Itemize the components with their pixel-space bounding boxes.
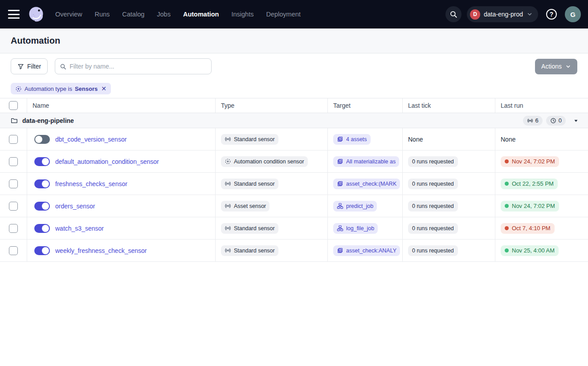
sensor-name-link[interactable]: orders_sensor xyxy=(55,203,95,210)
search-button[interactable] xyxy=(445,6,461,22)
folder-icon xyxy=(11,117,18,124)
last-run-link[interactable]: Nov 24, 7:02 PM xyxy=(501,156,559,167)
table-row: weekly_freshness_check_sensor Standard s… xyxy=(0,240,588,262)
sensor-name-link[interactable]: watch_s3_sensor xyxy=(55,225,104,232)
last-run-link[interactable]: Nov 24, 7:02 PM xyxy=(501,201,559,211)
row-checkbox[interactable] xyxy=(9,246,18,255)
last-tick: 0 runs requested xyxy=(408,245,458,256)
asset-icon xyxy=(337,247,343,254)
sensor-icon xyxy=(225,136,231,142)
avatar[interactable]: G xyxy=(565,6,581,22)
nav-link-catalog[interactable]: Catalog xyxy=(122,11,144,18)
sensor-toggle[interactable] xyxy=(34,179,50,188)
last-tick: 0 runs requested xyxy=(408,179,458,189)
nav-link-insights[interactable]: Insights xyxy=(231,11,253,18)
table-row: default_automation_condition_sensor Auto… xyxy=(0,150,588,173)
asset-icon xyxy=(337,158,343,165)
filter-chip-automation-type[interactable]: Automation type is Sensors ✕ xyxy=(11,83,111,94)
last-tick: 0 runs requested xyxy=(408,223,458,234)
sensor-icon xyxy=(527,118,533,124)
chevron-down-icon xyxy=(527,11,533,17)
sensor-name-link[interactable]: freshness_checks_sensor xyxy=(55,180,127,187)
row-checkbox[interactable] xyxy=(9,157,18,166)
sensor-icon xyxy=(225,225,231,232)
asset-icon xyxy=(337,136,343,142)
table-header: Name Type Target Last tick Last run xyxy=(0,98,588,113)
target-link[interactable]: asset_check:(MARK xyxy=(333,179,400,189)
sensor-toggle[interactable] xyxy=(34,157,50,166)
last-run-link[interactable]: Nov 25, 4:00 AM xyxy=(501,245,559,256)
sensor-toggle[interactable] xyxy=(34,224,50,233)
sensor-toggle[interactable] xyxy=(34,135,50,144)
type-badge: Standard sensor xyxy=(221,179,278,189)
target-link[interactable]: predict_job xyxy=(333,201,377,211)
run-status-dot xyxy=(505,159,509,163)
column-header-target: Target xyxy=(327,98,402,113)
sensor-name-link[interactable]: default_automation_condition_sensor xyxy=(55,158,159,165)
nav-link-jobs[interactable]: Jobs xyxy=(157,11,171,18)
row-checkbox[interactable] xyxy=(9,135,18,144)
nav-link-automation[interactable]: Automation xyxy=(183,11,219,18)
filter-button-label: Filter xyxy=(27,63,41,70)
sensor-name-link[interactable]: weekly_freshness_check_sensor xyxy=(55,247,147,254)
last-tick: None xyxy=(408,136,423,143)
target-link[interactable]: asset_check:ANALY xyxy=(333,245,400,256)
help-icon: ? xyxy=(546,9,557,20)
page-title: Automation xyxy=(11,36,60,46)
help-button[interactable]: ? xyxy=(543,6,559,22)
name-filter-box xyxy=(55,58,212,74)
target-link[interactable]: log_file_job xyxy=(333,223,378,234)
last-tick: 0 runs requested xyxy=(408,156,458,167)
active-filters-row: Automation type is Sensors ✕ xyxy=(0,79,588,98)
run-status-dot xyxy=(505,226,509,230)
group-row[interactable]: data-eng-pipeline 6 0 xyxy=(0,113,588,128)
filter-button[interactable]: Filter xyxy=(11,58,48,74)
table-row: orders_sensor Asset sensor predict_job 0… xyxy=(0,195,588,217)
target-link[interactable]: All materializable as xyxy=(333,156,399,167)
sensor-icon xyxy=(225,180,231,187)
caret-down-icon xyxy=(573,118,579,124)
close-icon[interactable]: ✕ xyxy=(101,85,106,92)
schedule-count-badge: 0 xyxy=(546,116,566,126)
sensor-icon xyxy=(225,203,231,209)
sensor-toggle[interactable] xyxy=(34,202,50,211)
sensor-name-link[interactable]: dbt_code_version_sensor xyxy=(55,136,127,143)
filter-chip-value: Sensors xyxy=(75,85,98,92)
sensor-icon xyxy=(225,247,231,254)
row-checkbox[interactable] xyxy=(9,224,18,233)
table-row: dbt_code_version_sensor Standard sensor … xyxy=(0,128,588,150)
last-run-link[interactable]: Oct 22, 2:55 PM xyxy=(501,179,558,189)
nav-link-overview[interactable]: Overview xyxy=(55,11,82,18)
column-header-last-run: Last run xyxy=(495,98,588,113)
table-row: watch_s3_sensor Standard sensor log_file… xyxy=(0,217,588,240)
select-all-checkbox[interactable] xyxy=(9,101,18,110)
menu-icon[interactable] xyxy=(8,10,20,19)
nav-link-deployment[interactable]: Deployment xyxy=(266,11,300,18)
sensor-count-badge: 6 xyxy=(523,116,543,126)
column-header-name: Name xyxy=(27,98,215,113)
last-run: None xyxy=(501,136,515,143)
actions-button[interactable]: Actions xyxy=(535,59,577,74)
filter-chip-prefix: Automation type is xyxy=(24,85,72,92)
automation-condition-icon xyxy=(225,158,231,165)
collapse-group-button[interactable] xyxy=(573,118,579,124)
job-icon xyxy=(337,203,343,209)
name-filter-input[interactable] xyxy=(69,63,207,70)
page-header: Automation xyxy=(0,28,588,53)
column-header-last-tick: Last tick xyxy=(402,98,495,113)
nav-link-runs[interactable]: Runs xyxy=(94,11,110,18)
last-run-link[interactable]: Oct 7, 4:10 PM xyxy=(501,223,555,234)
top-navigation: Overview Runs Catalog Jobs Automation In… xyxy=(0,0,588,28)
workspace-switcher[interactable]: D data-eng-prod xyxy=(467,6,538,22)
row-checkbox[interactable] xyxy=(9,202,18,211)
table-row: freshness_checks_sensor Standard sensor … xyxy=(0,173,588,195)
search-icon xyxy=(449,10,457,18)
workspace-name: data-eng-prod xyxy=(484,11,523,18)
target-link[interactable]: 4 assets xyxy=(333,134,371,145)
search-icon xyxy=(60,63,66,70)
type-badge: Standard sensor xyxy=(221,245,278,256)
type-badge: Standard sensor xyxy=(221,134,278,145)
row-checkbox[interactable] xyxy=(9,179,18,188)
toolbar: Filter Actions xyxy=(0,53,588,79)
sensor-toggle[interactable] xyxy=(34,246,50,255)
